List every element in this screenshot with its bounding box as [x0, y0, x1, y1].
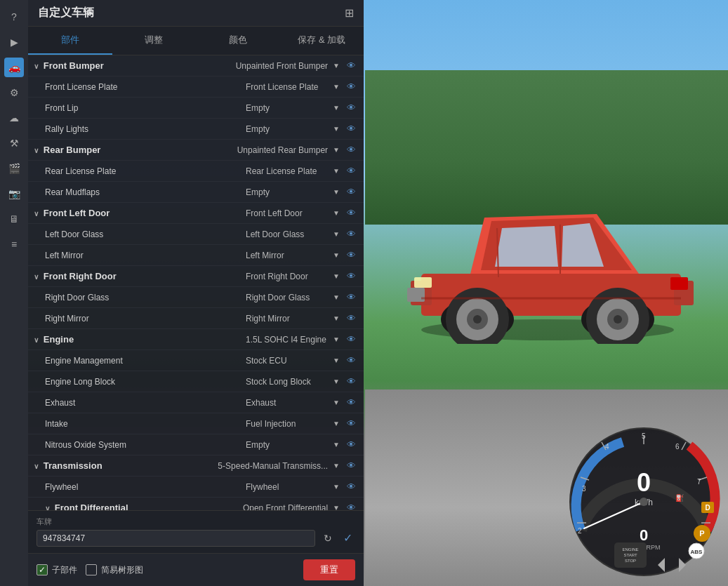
dropdown-arrow[interactable]: ▼: [331, 250, 342, 260]
part-name-left_mirror: Left Mirror: [34, 251, 246, 260]
dropdown-arrow[interactable]: ▼: [331, 334, 342, 345]
sidebar-icon-help[interactable]: ?: [4, 7, 24, 27]
title-bar: 自定义车辆 ⊞: [28, 0, 364, 27]
panel-icon[interactable]: ⊞: [345, 6, 354, 20]
part-name-front_license_plate: Front License Plate: [34, 82, 246, 92]
dropdown-arrow[interactable]: ▼: [331, 208, 342, 218]
expand-icon[interactable]: ∨: [34, 462, 41, 470]
eye-icon[interactable]: 👁: [345, 59, 358, 72]
subparts-checkbox[interactable]: ✓: [37, 564, 48, 575]
dropdown-arrow[interactable]: ▼: [331, 102, 342, 113]
dropdown-arrow[interactable]: ▼: [331, 229, 342, 239]
dropdown-arrow[interactable]: ▼: [331, 81, 342, 92]
part-row-rear_mudflaps: Rear MudflapsEmpty▼👁: [28, 182, 364, 203]
eye-icon[interactable]: 👁: [345, 333, 358, 346]
tab-color[interactable]: 颜色: [196, 27, 280, 55]
dropdown-arrow[interactable]: ▼: [331, 460, 342, 471]
eye-icon[interactable]: 👁: [345, 206, 358, 220]
expand-icon[interactable]: ∨: [34, 336, 41, 344]
eye-icon[interactable]: 👁: [345, 164, 358, 178]
dropdown-arrow[interactable]: ▼: [331, 145, 342, 155]
sidebar-icon-car[interactable]: 🚗: [4, 58, 24, 77]
sidebar-icon-play[interactable]: ▶: [4, 32, 24, 52]
part-value-container-transmission: 5-Speed-Manual Transmiss...▼👁: [218, 459, 358, 472]
eye-icon[interactable]: 👁: [345, 248, 358, 262]
part-value-front_left_door: Front Left Door: [246, 208, 328, 218]
svg-text:ENGINE: ENGINE: [622, 547, 638, 552]
dropdown-arrow[interactable]: ▼: [331, 313, 342, 324]
part-name-front_differential: ∨ Front Differential: [34, 502, 243, 510]
eye-icon[interactable]: 👁: [345, 459, 358, 472]
sidebar-icon-tools[interactable]: ⚒: [4, 133, 24, 153]
eye-icon[interactable]: 👁: [345, 438, 358, 451]
sidebar-icon-film[interactable]: 🎬: [4, 159, 24, 178]
eye-icon[interactable]: 👁: [345, 354, 358, 367]
dropdown-arrow[interactable]: ▼: [331, 439, 342, 450]
simple-tree-checkbox-container[interactable]: 简易树形图: [86, 564, 143, 576]
expand-icon[interactable]: ∨: [34, 62, 41, 70]
sidebar-icon-cloud[interactable]: ☁: [4, 108, 24, 128]
part-row-left_mirror: Left MirrorLeft Mirror▼👁: [28, 245, 364, 266]
part-name-exhaust: Exhaust: [34, 398, 246, 408]
eye-icon[interactable]: 👁: [345, 80, 358, 93]
dropdown-arrow[interactable]: ▼: [331, 292, 342, 302]
eye-icon[interactable]: 👁: [345, 227, 358, 241]
part-value-right_mirror: Right Mirror: [246, 314, 328, 324]
part-value-container-front_lip: Empty▼👁: [246, 101, 358, 114]
eye-icon[interactable]: 👁: [345, 291, 358, 304]
confirm-button[interactable]: ✓: [340, 528, 355, 547]
dropdown-arrow[interactable]: ▼: [331, 187, 342, 197]
sidebar-icon-menu[interactable]: ≡: [4, 234, 24, 254]
part-value-container-front_right_door: Front Right Door▼👁: [246, 269, 358, 283]
eye-icon[interactable]: 👁: [345, 143, 358, 157]
parts-list[interactable]: ∨ Front BumperUnpainted Front Bumper▼👁Fr…: [28, 55, 364, 510]
tab-adjust[interactable]: 调整: [112, 27, 197, 55]
refresh-button[interactable]: ↻: [321, 530, 335, 547]
part-row-flywheel: FlywheelFlywheel▼👁: [28, 477, 364, 498]
sidebar-icon-monitor[interactable]: 🖥: [4, 209, 24, 229]
reset-button[interactable]: 重置: [303, 559, 355, 580]
eye-icon[interactable]: 👁: [345, 269, 358, 283]
eye-icon[interactable]: 👁: [345, 101, 358, 114]
dropdown-arrow[interactable]: ▼: [331, 376, 342, 387]
tab-parts[interactable]: 部件: [28, 27, 112, 55]
dropdown-arrow[interactable]: ▼: [331, 166, 342, 176]
eye-icon[interactable]: 👁: [345, 417, 358, 430]
eye-icon[interactable]: 👁: [345, 396, 358, 409]
dropdown-arrow[interactable]: ▼: [331, 502, 342, 510]
eye-icon[interactable]: 👁: [345, 185, 358, 199]
part-row-right_door_glass: Right Door GlassRight Door Glass▼👁: [28, 287, 364, 308]
dropdown-arrow[interactable]: ▼: [331, 124, 342, 134]
part-name-right_mirror: Right Mirror: [34, 314, 246, 324]
eye-icon[interactable]: 👁: [345, 501, 358, 510]
expand-icon[interactable]: ∨: [34, 147, 41, 154]
svg-rect-17: [414, 277, 432, 288]
sidebar-icon-gear[interactable]: ⚙: [4, 83, 24, 102]
eye-icon[interactable]: 👁: [345, 312, 358, 325]
eye-icon[interactable]: 👁: [345, 122, 358, 135]
svg-text:2: 2: [578, 527, 582, 535]
dropdown-arrow[interactable]: ▼: [331, 481, 342, 492]
part-value-transmission: 5-Speed-Manual Transmiss...: [218, 461, 328, 471]
sidebar-icon-camera[interactable]: 📷: [4, 184, 24, 204]
dropdown-arrow[interactable]: ▼: [331, 271, 342, 281]
part-name-transmission: ∨ Transmission: [34, 460, 218, 471]
dropdown-arrow[interactable]: ▼: [331, 397, 342, 408]
expand-icon[interactable]: ∨: [45, 505, 52, 510]
check-mark: ✓: [39, 565, 46, 575]
tab-save[interactable]: 保存 & 加载: [280, 27, 364, 55]
eye-icon[interactable]: 👁: [345, 480, 358, 493]
panel-title: 自定义车辆: [38, 6, 94, 20]
expand-icon[interactable]: ∨: [34, 210, 41, 218]
expand-icon[interactable]: ∨: [34, 273, 41, 281]
part-value-left_mirror: Left Mirror: [246, 251, 328, 260]
part-value-rally_lights: Empty: [246, 124, 328, 134]
eye-icon[interactable]: 👁: [345, 375, 358, 388]
dropdown-arrow[interactable]: ▼: [331, 60, 342, 71]
simple-tree-checkbox[interactable]: [86, 564, 97, 575]
dropdown-arrow[interactable]: ▼: [331, 418, 342, 429]
dropdown-arrow[interactable]: ▼: [331, 355, 342, 366]
part-name-front_right_door: ∨ Front Right Door: [34, 271, 246, 281]
subparts-checkbox-container[interactable]: ✓ 子部件: [37, 564, 77, 576]
vehicle-id-input[interactable]: [37, 530, 315, 547]
